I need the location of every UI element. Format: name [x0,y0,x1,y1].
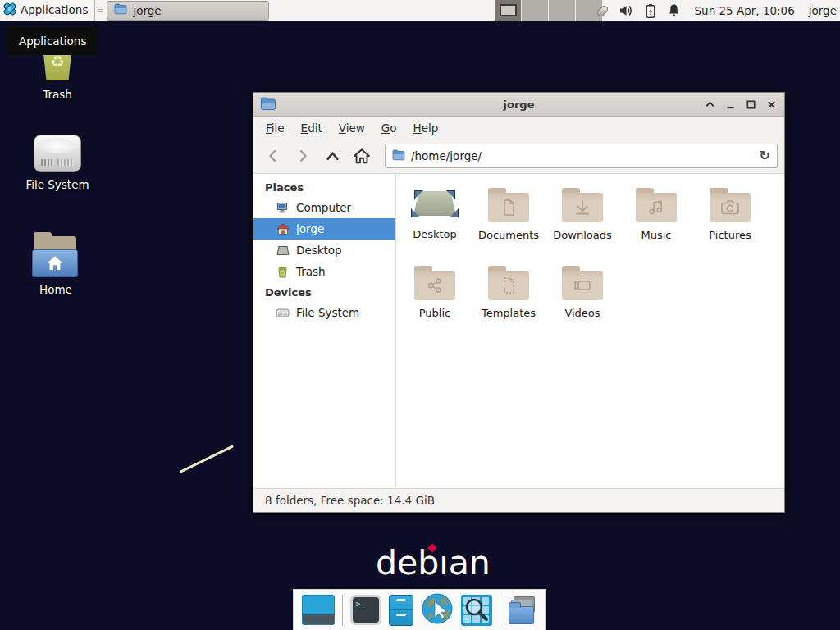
sidebar-item-trash[interactable]: Trash [253,261,395,282]
window-folder-icon [260,97,276,113]
directory-menu-launcher[interactable] [508,596,537,625]
home-folder-icon [32,235,80,277]
folder-icon [710,188,751,222]
location-bar[interactable]: /home/jorge/ ↻ [385,144,778,168]
minimize-button[interactable] [724,98,737,111]
desktop-icon [276,244,290,258]
forward-button[interactable] [290,144,316,168]
pager-window-thumb [500,4,517,16]
menu-view[interactable]: View [331,119,372,137]
sidebar-item-label: Desktop [296,244,342,257]
sidebar-item-jorge[interactable]: jorge [253,218,395,240]
sidebar-item-label: File System [296,306,359,319]
home-icon [276,222,290,236]
folder-documents[interactable]: Documents [472,185,546,263]
menu-file[interactable]: File [258,119,292,137]
folder-icon [488,266,529,300]
input-device-tray-icon[interactable] [595,2,611,19]
menu-go[interactable]: Go [374,119,404,137]
debian-logo: debıan [376,543,491,582]
xfce-logo-icon [2,2,17,19]
sidebar-item-file-system[interactable]: File System [253,302,395,323]
back-button[interactable] [260,144,286,168]
status-text: 8 folders, Free space: 14.4 GiB [265,494,435,507]
window-titlebar[interactable]: jorge [253,93,784,117]
home-button[interactable] [349,144,375,168]
applications-tooltip: Applications [7,27,98,55]
maximize-button[interactable] [745,98,757,111]
workspace-2[interactable] [522,0,549,21]
sidebar-header-places: Places [253,177,395,197]
sidebar-item-label: Trash [296,265,326,278]
path-input[interactable]: /home/jorge/ [411,149,754,162]
notifications-bell-icon[interactable] [666,2,682,19]
up-button[interactable] [319,144,345,168]
folder-icon [562,266,603,300]
desktop-icon-label: File System [21,178,94,191]
status-bar: 8 folders, Free space: 14.4 GiB [253,488,784,512]
file-cabinet-icon [389,595,413,626]
folder-desktop[interactable]: Desktop [398,185,472,263]
panel-username[interactable]: jorge [809,4,837,17]
desktop-pad-icon [413,185,457,221]
sidebar: Places Computer [253,174,396,488]
desktop-icon-home[interactable]: Home [19,235,93,296]
terminal-launcher[interactable]: >_ [350,595,381,625]
wallpaper-light-streak [180,445,234,472]
app-finder-icon [461,595,492,626]
terminal-icon: >_ [350,595,381,625]
reload-icon[interactable]: ↻ [760,149,770,162]
app-finder-launcher[interactable] [461,595,492,626]
desktop-icon-label: Trash [21,88,94,101]
volume-icon[interactable] [619,2,635,19]
window-controls [704,98,778,111]
menu-bar: File Edit View Go Help [253,117,784,139]
folder-pictures[interactable]: Pictures [693,185,767,263]
close-button[interactable] [765,98,778,111]
sidebar-item-computer[interactable]: Computer [253,197,395,218]
taskbar-window-label: jorge [133,4,161,17]
folder-public[interactable]: Public [398,263,472,341]
battery-charging-icon[interactable] [642,2,659,19]
file-view: Desktop Documents Downloads [396,174,784,488]
path-folder-icon [392,149,405,163]
sidebar-item-label: Computer [296,201,351,214]
folder-music[interactable]: Music [619,185,693,263]
dock-separator [342,595,343,626]
sidebar-header-devices: Devices [253,282,395,302]
sidebar-item-desktop[interactable]: Desktop [253,240,395,261]
trash-icon [276,265,290,279]
workspace-1[interactable] [495,0,522,21]
desktop-icon-label: Home [19,283,93,296]
dock-separator [500,595,500,626]
top-panel: Applications jorge [0,0,840,21]
folder-stack-icon [508,596,537,625]
file-manager-launcher[interactable] [389,595,413,626]
show-desktop-icon [302,595,335,625]
menu-help[interactable]: Help [406,119,446,137]
toolbar: /home/jorge/ ↻ [253,139,784,173]
file-manager-window: jorge File Edit View Go Help [253,92,785,513]
applications-menu-button[interactable]: Applications [0,0,95,21]
folder-icon [488,188,529,222]
web-browser-launcher[interactable] [421,592,454,628]
hard-drive-icon [34,135,81,172]
desktop-icon-file-system[interactable]: File System [21,131,94,191]
show-desktop-launcher[interactable] [302,595,335,625]
folder-templates[interactable]: Templates [472,263,546,341]
taskbar-grip[interactable] [98,5,103,16]
panel-clock[interactable]: Sun 25 Apr, 10:06 [695,4,795,17]
folder-icon [562,188,603,222]
shade-button[interactable] [704,98,716,111]
sidebar-item-label: jorge [296,222,324,235]
workspace-3[interactable] [549,0,576,21]
folder-downloads[interactable]: Downloads [546,185,619,263]
workspace-pager[interactable] [495,0,603,21]
system-tray: Sun 25 Apr, 10:06 jorge [595,0,838,21]
folder-icon [636,188,677,222]
computer-icon [276,201,290,215]
menu-edit[interactable]: Edit [294,119,330,137]
folder-videos[interactable]: Videos [546,263,619,341]
globe-browser-icon [421,592,454,628]
taskbar-window-button[interactable]: jorge [107,1,269,21]
